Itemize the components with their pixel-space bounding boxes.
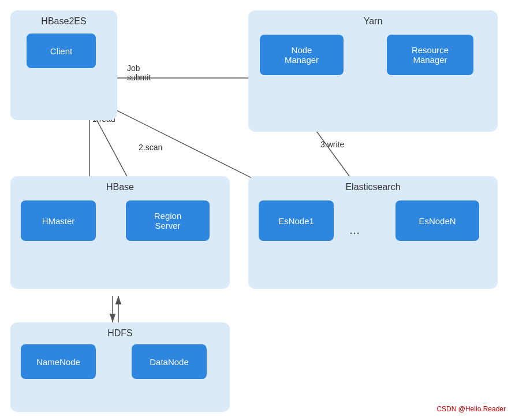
hbase-group: HBase HMaster RegionServer [10,176,230,289]
elasticsearch-label: Elasticsearch [254,182,492,192]
yarn-group: Yarn NodeManager ResourceManager [248,10,498,132]
client-node: Client [27,34,96,68]
elasticsearch-group: Elasticsearch EsNode1 ... EsNodeN [248,176,498,289]
yarn-label: Yarn [254,16,492,27]
esnode1-node: EsNode1 [259,200,334,241]
write-label: 3.write [320,140,344,149]
region-server-node: RegionServer [126,200,210,241]
job-submit-label: Jobsubmit [127,64,151,82]
namenode-node: NameNode [21,344,96,379]
hdfs-label: HDFS [16,328,224,339]
hmaster-node: HMaster [21,200,96,241]
diagram-container: Jobsubmit 1.read 2.scan 3.write HBase2ES… [0,0,515,420]
hbase2es-label: HBase2ES [16,16,111,27]
resource-manager-node: ResourceManager [387,35,473,75]
hbase2es-group: HBase2ES Client [10,10,117,120]
esnoden-node: EsNodeN [395,200,479,241]
scan-label: 2.scan [139,143,162,152]
hbase-label: HBase [16,182,224,192]
ellipsis: ... [349,222,360,237]
hdfs-group: HDFS NameNode DataNode [10,322,230,412]
node-manager-node: NodeManager [260,35,344,75]
watermark: CSDN @Hello.Reader [436,405,506,413]
datanode-node: DataNode [132,344,207,379]
